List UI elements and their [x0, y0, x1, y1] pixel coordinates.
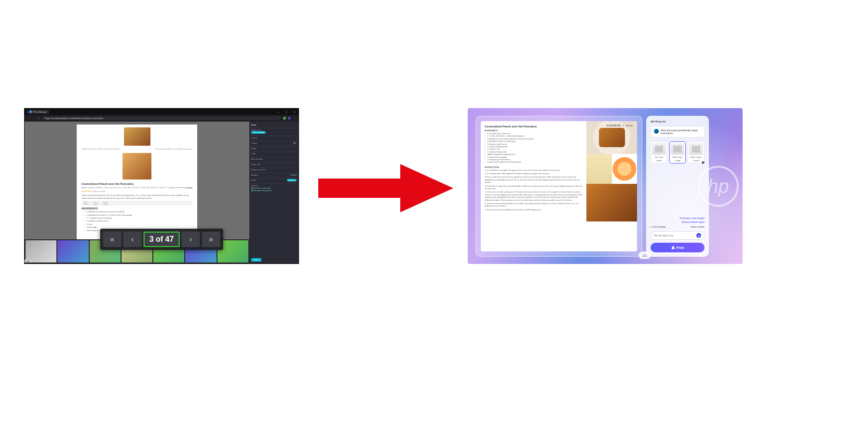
page-last-button[interactable]: »	[202, 232, 220, 247]
extension-icon[interactable]	[288, 117, 291, 120]
ai-panel: HP Print AI Here are some print-friendly…	[646, 116, 709, 257]
link-generate[interactable]: Generate a new design	[651, 216, 705, 220]
page-first-button[interactable]: «	[103, 232, 122, 247]
nav-back-icon[interactable]: ←	[27, 117, 30, 120]
brand-label: COOKIE + kate	[607, 124, 633, 127]
card-thumb	[689, 143, 703, 155]
cursor-icon: ➤	[701, 159, 705, 165]
card-thumb	[652, 143, 666, 155]
print-settings-link[interactable]: Print settings	[651, 226, 665, 228]
prompt-row: ➤	[651, 231, 705, 240]
left-browser-window: Print Recipe — ▢ ✕ ← → ⟳ https://cookiea…	[24, 108, 299, 264]
margins-label: Margins	[251, 174, 258, 176]
scale-row: 1x 2x 3x	[81, 201, 192, 206]
document-preview-window: Caramelized Peach and Oat Pancakes INGRE…	[475, 116, 642, 257]
titlebar: Print Recipe — ▢ ✕	[25, 109, 298, 115]
card-sub: 1 page	[675, 159, 680, 162]
doc-image-column	[586, 121, 637, 251]
window-maximize[interactable]: ▢	[284, 110, 289, 113]
layout-card-with-image[interactable]: With image 1 page	[669, 141, 686, 164]
prompt-input[interactable]	[654, 234, 694, 237]
link-browse[interactable]: Browse default styles	[651, 220, 705, 224]
instruction-step: Turn the mixture and the pancakes to the…	[485, 203, 583, 208]
copies-value[interactable]: 1	[293, 142, 297, 144]
scale-1x[interactable]: 1x	[83, 202, 88, 205]
card-sub: 2 pages	[693, 159, 700, 162]
save-heart[interactable]: ♥ Save	[185, 186, 192, 189]
panel-title: Print	[251, 124, 297, 126]
doc-image	[586, 154, 637, 184]
viewport: Cookie and Kate › Peach and Oat Pancakes…	[25, 122, 298, 263]
page-indicator: 3 of 47	[144, 232, 180, 247]
instruction-step: In a medium bowl, whisk together the oat…	[485, 173, 583, 175]
print-label: Print	[677, 246, 684, 249]
layout-card-more-images[interactable]: More images 2 pages ➤	[688, 141, 705, 164]
scale-label: Scale	[251, 179, 256, 181]
dest-section: Destination Save as PDF	[251, 128, 297, 134]
ingredient-item: 2 peach, sliced, pitted and very thinly …	[485, 161, 583, 164]
extension-icon[interactable]	[283, 117, 286, 120]
ingredients-heading: INGREDIENTS	[81, 207, 192, 210]
save-button[interactable]: Save	[251, 258, 261, 262]
url-field[interactable]: https://cookieandkate.com/healthy-bluebe…	[42, 116, 281, 120]
rating-label: 5 from 3 reviews	[92, 190, 106, 193]
layout-label: Layout	[251, 137, 297, 139]
doc-instructions: In a small dish, toss together the ginge…	[485, 169, 583, 211]
margins-value[interactable]: Default	[290, 174, 297, 176]
scale-chip[interactable]: Custom	[287, 179, 297, 181]
card-title: More images	[691, 156, 702, 158]
instruction-step: In a small dish, toss together the ginge…	[485, 169, 583, 172]
page-next-button[interactable]: ›	[181, 232, 200, 247]
more-settings-label[interactable]: More settings	[251, 158, 263, 160]
thumb[interactable]	[57, 240, 88, 262]
more-controls-link[interactable]: More controls	[690, 226, 705, 228]
layout-cards: Text Only 1 page With image 1 page More …	[651, 141, 705, 164]
paper-label: Paper size	[251, 163, 260, 166]
instruction-step: Form a well in the center of the dry ing…	[485, 176, 583, 184]
instruction-step: Once batter is ready, heat a nonstick gr…	[485, 185, 583, 191]
layout-card-text-only[interactable]: Text Only 1 page	[651, 141, 667, 164]
copies-label: Copies	[251, 142, 257, 144]
menu-icon[interactable]: ⋮	[293, 117, 296, 120]
star-rating-icon: ★★★★★	[81, 190, 91, 193]
card-title: With image	[673, 156, 682, 158]
transition-arrow-icon	[318, 164, 453, 212]
nav-reload-icon[interactable]: ⟳	[37, 117, 40, 120]
card-thumb	[671, 143, 685, 155]
color-label: Color	[251, 152, 256, 155]
svg-marker-0	[318, 164, 453, 212]
esc-label: esc	[25, 260, 32, 262]
doc-ingredients: 1 cup rolled oats or quick oats 1 ½ whol…	[485, 133, 583, 164]
window-minimize[interactable]: —	[276, 110, 281, 113]
page-prev-button[interactable]: ‹	[123, 232, 142, 247]
recipe-title: Caramelized Peach and Oat Pancakes	[81, 182, 192, 185]
instruction-step: Set to cook, coat with cooking spray. Pa…	[485, 191, 583, 202]
ai-avatar-icon	[654, 129, 659, 134]
brand-part1: COOKIE	[607, 124, 621, 127]
ai-message-bubble: Here are some print-friendly recipe inst…	[651, 126, 705, 138]
address-bar: ← → ⟳ https://cookieandkate.com/healthy-…	[25, 115, 298, 122]
hp-logo-text: hp	[707, 175, 729, 197]
card-sub: 1 page	[656, 159, 662, 162]
breadcrumb: Cookie and Kate › Peach and Oat Pancakes	[81, 148, 120, 150]
document-page: Caramelized Peach and Oat Pancakes INGRE…	[481, 121, 637, 251]
window-close[interactable]: ✕	[292, 110, 297, 113]
browser-tab[interactable]: Print Recipe	[27, 110, 49, 114]
doc-ing-label: INGREDIENTS	[485, 129, 583, 132]
recipe-image	[122, 153, 151, 179]
doc-instr-label: INSTRUCTIONS	[485, 166, 583, 168]
print-button[interactable]: 🖶 Print	[651, 243, 705, 252]
send-icon[interactable]: ➤	[696, 233, 701, 238]
scale-2x[interactable]: 2x	[93, 202, 98, 205]
scale-3x[interactable]: 3x	[103, 202, 108, 205]
print-settings-panel: Print Destination Save as PDF Layout Cop…	[249, 122, 298, 263]
nav-forward-icon[interactable]: →	[32, 117, 35, 120]
page-url-small: http://cookieandkate.com/healthy-pancake…	[155, 148, 192, 150]
pps-label: Pages per sheet	[251, 168, 265, 171]
brand-part2: + kate	[622, 124, 633, 127]
right-app-window: hp Caramelized Peach and Oat Pancakes IN…	[468, 108, 743, 264]
tab-title: Print Recipe	[33, 110, 46, 113]
opt-bg[interactable]: Background graphics	[254, 189, 272, 192]
pages-label: Pages	[251, 147, 257, 150]
dest-chip[interactable]: Save as PDF	[251, 131, 266, 134]
